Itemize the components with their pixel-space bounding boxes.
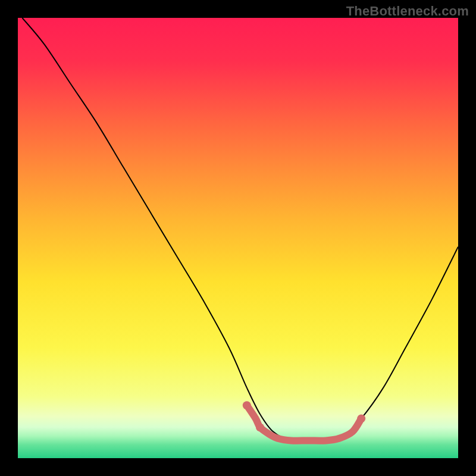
marker-mid	[256, 423, 264, 431]
watermark-text: TheBottleneck.com	[346, 4, 469, 19]
gradient-background	[18, 18, 458, 458]
marker-end	[357, 414, 365, 422]
chart-stage: TheBottleneck.com	[0, 0, 476, 476]
marker-start	[243, 401, 251, 409]
plot-svg	[0, 0, 476, 476]
